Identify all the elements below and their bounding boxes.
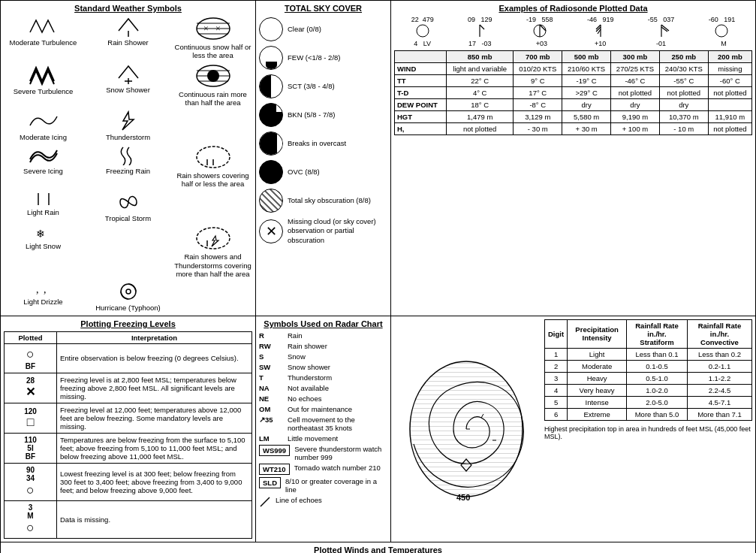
radar-item-s: S Snow xyxy=(259,352,387,361)
precip-int-5: Intense xyxy=(568,396,627,408)
precip-int-1: Light xyxy=(568,348,627,360)
svg-text:450: 450 xyxy=(456,493,470,502)
precip-digit-1: 1 xyxy=(545,348,568,360)
precip-row-1: 1 Light Less than 0.1 Less than 0.2 xyxy=(545,348,752,360)
radio-dp-250: dry xyxy=(659,99,708,111)
freeze-plotted-4: 110 5I BF xyxy=(5,433,57,463)
svg-line-40 xyxy=(261,497,270,506)
radio-top-4: -46 919 +10 xyxy=(587,16,614,47)
radio-wind-700: 010/20 KTS xyxy=(514,63,562,75)
radar-item-na: NA Not available xyxy=(259,384,387,392)
precip-th-conv: Rainfall Rate in./hr. Convective xyxy=(687,319,751,348)
svg-point-26 xyxy=(417,25,429,37)
radio-top-1: 22 479 4 LV xyxy=(411,16,434,47)
radio-tt-300: -46° C xyxy=(611,75,660,87)
precip-int-2: Moderate xyxy=(568,360,627,372)
radar-item-lm: LM Little movement xyxy=(259,434,387,443)
radar-item-sw: SW Snow shower xyxy=(259,363,387,371)
radio-label-dp: DEW POINT xyxy=(395,99,447,111)
line-of-echoes-icon xyxy=(259,496,271,508)
freeze-interp-3: Freezing level at 12,000 feet; temperatu… xyxy=(57,403,252,433)
freeze-interp-6: Data is missing. xyxy=(57,500,252,538)
symbol-severe-turbulence: Severe Turbulence xyxy=(4,63,83,107)
radio-dp-200 xyxy=(708,99,751,111)
precip-digit-6: 6 xyxy=(545,408,568,420)
radio-td-250: not plotted xyxy=(659,87,708,99)
radio-th-empty xyxy=(395,51,447,63)
svg-text:×: × xyxy=(203,23,209,34)
freeze-row-3: 120 □ Freezing level at 12,000 feet; tem… xyxy=(5,403,252,433)
radio-dp-300: dry xyxy=(611,99,660,111)
symbol-rain-shower-half: Rain showers covering half or less the a… xyxy=(173,144,252,189)
middle-row: Plotting Freezing Levels Plotted Interpr… xyxy=(0,316,756,542)
svg-point-13 xyxy=(207,70,219,82)
radio-td-200: not plotted xyxy=(708,87,751,99)
freeze-row-4: 110 5I BF Temperatures are below freezin… xyxy=(5,433,252,463)
radio-h-250: - 10 m xyxy=(659,123,708,135)
freeze-plotted-2: 28 ✕ xyxy=(5,373,57,403)
freezing-table: Plotted Interpretation ○ BF Entire obser… xyxy=(4,331,252,539)
radar-item-rw: RW Rain shower xyxy=(259,342,387,350)
radio-wind-300: 270/25 KTS xyxy=(611,63,660,75)
radio-label-hgt: HGT xyxy=(395,111,447,123)
freeze-row-2: 28 ✕ Freezing level is at 2,800 feet MSL… xyxy=(5,373,252,403)
precip-row-4: 4 Very heavy 1.0-2.0 2.2-4.5 xyxy=(545,384,752,396)
freeze-interp-4: Temperatures are below freezing from the… xyxy=(57,433,252,463)
radio-tt-850: 22° C xyxy=(446,75,513,87)
radio-td-700: 17° C xyxy=(514,87,562,99)
radio-tt-200: -60° C xyxy=(708,75,751,87)
radar-item-t: T Thunderstorm xyxy=(259,373,387,382)
precip-caption: Highest precipitation top in area in hun… xyxy=(544,425,752,440)
radar-item-wt210: WT210 Tornado watch number 210 xyxy=(259,464,387,475)
radio-wind-500: 210/60 KTS xyxy=(562,63,611,75)
symbol-freezing-rain: Freezing Rain xyxy=(89,144,167,189)
winds-temps-section: Plotted Winds and Temperatures Plotted 3… xyxy=(1,542,755,553)
radio-th-200: 200 mb xyxy=(708,51,751,63)
radio-label-wind: WIND xyxy=(395,63,447,75)
radio-td-850: 4° C xyxy=(446,87,513,99)
precip-conv-1: Less than 0.2 xyxy=(687,348,751,360)
sky-symbol-obs xyxy=(259,189,283,213)
freeze-th-interp: Interpretation xyxy=(57,331,252,343)
sky-symbol-breaks xyxy=(259,131,283,156)
precip-int-6: Extreme xyxy=(568,408,627,420)
symbol-rain-tstorm-more: Rain showers and Thunderstorms covering … xyxy=(173,225,252,278)
precip-th-strat: Rainfall Rate in./hr. Stratiform xyxy=(627,319,688,348)
precip-strat-5: 2.0-5.0 xyxy=(627,396,688,408)
symbol-light-snow: ❄ Light Snow xyxy=(4,225,83,278)
symbol-snow-shower: Snow Shower xyxy=(89,63,167,107)
symbol-moderate-icing: Moderate Icing xyxy=(4,110,83,141)
radio-label-tt: TT xyxy=(395,75,447,87)
sky-symbol-missing: ✕ xyxy=(259,219,283,243)
radio-tt-250: -55° C xyxy=(659,75,708,87)
top-row: Standard Weather Symbols Moderate Turbul… xyxy=(0,0,756,316)
radar-symbols-section: Symbols Used on Radar Chart R Rain RW Ra… xyxy=(256,316,391,542)
weather-symbols-section: Standard Weather Symbols Moderate Turbul… xyxy=(1,1,256,316)
svg-text:,: , xyxy=(44,284,47,295)
radar-item-om: OM Out for maintenance xyxy=(259,405,387,413)
radar-item-movement: ↗35 Cell movement to the northeatast 35 … xyxy=(259,416,387,432)
sky-symbol-clear xyxy=(259,17,283,41)
radar-item-line: Line of echoes xyxy=(259,496,387,508)
radio-hgt-700: 3,129 m xyxy=(514,111,562,123)
radio-top-5: -55 037 -01 xyxy=(648,16,675,47)
precip-row-5: 5 Intense 2.0-5.0 4.5-7.1 xyxy=(545,396,752,408)
symbol-moderate-turbulence: Moderate Turbulence xyxy=(4,16,83,60)
sky-symbol-few xyxy=(259,46,283,70)
radio-hgt-200: 11,910 m xyxy=(708,111,751,123)
svg-point-25 xyxy=(126,289,131,294)
radio-th-850: 850 mb xyxy=(446,51,513,63)
precip-intensity-table: Digit Precipitation Intensity Rainfall R… xyxy=(544,319,752,421)
radio-td-300: not plotted xyxy=(611,87,660,99)
sky-item-breaks: Breaks in overcast xyxy=(259,131,387,156)
freeze-interp-1: Entire observation is below freezing (0 … xyxy=(57,343,252,373)
radio-th-700: 700 mb xyxy=(514,51,562,63)
sky-item-ovc: OVC (8/8) xyxy=(259,160,387,184)
radio-h-850: not plotted xyxy=(446,123,513,135)
radio-hgt-500: 5,580 m xyxy=(562,111,611,123)
sky-item-clear: Clear (0/8) xyxy=(259,17,387,41)
radio-hgt-300: 9,190 m xyxy=(611,111,660,123)
radio-tt-700: 9° C xyxy=(514,75,562,87)
precip-th-intensity: Precipitation Intensity xyxy=(568,319,627,348)
precip-digit-3: 3 xyxy=(545,372,568,384)
